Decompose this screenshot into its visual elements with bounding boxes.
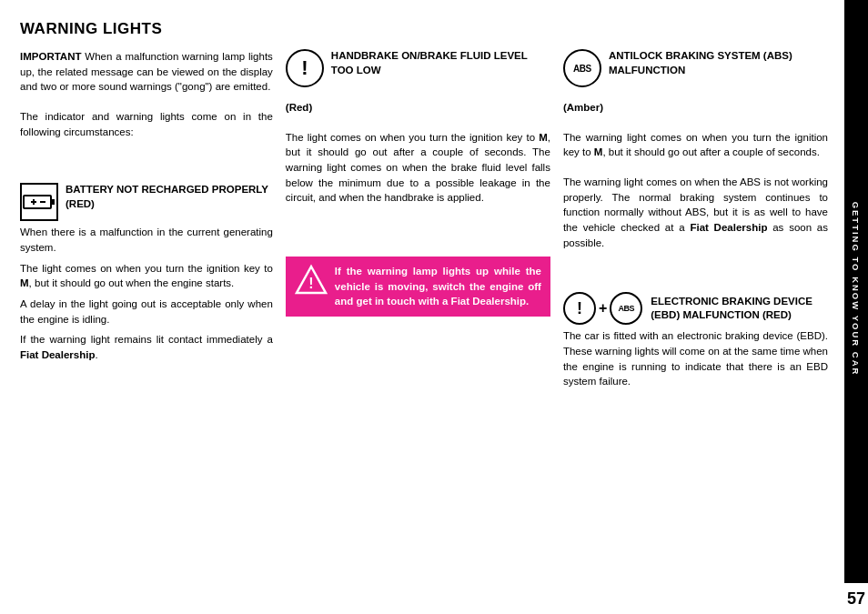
battery-icon — [20, 183, 58, 221]
warning-box: ! If the warning lamp lights up while th… — [286, 257, 550, 317]
battery-section: BATTERY NOT RECHARGED PROPERLY (Red) Whe… — [20, 183, 273, 367]
warning-text: If the warning lamp lights up while the … — [335, 264, 541, 309]
warning-triangle-icon: ! — [295, 264, 328, 297]
intro-paragraph-1: IMPORTANT When a malfunction warning lam… — [20, 49, 273, 95]
battery-para3: A delay in the light going out is accept… — [20, 297, 273, 327]
battery-para1: When there is a malfunction in the curre… — [20, 225, 273, 255]
battery-header: BATTERY NOT RECHARGED PROPERLY (Red) — [20, 183, 273, 221]
battery-title: BATTERY NOT RECHARGED PROPERLY (Red) — [66, 183, 273, 211]
intro-paragraph-2: The indicator and warning lights come on… — [20, 109, 273, 139]
handbrake-color: (Red) — [286, 100, 550, 116]
handbrake-icon: ! — [286, 49, 324, 87]
ebd-exclaim-icon: ! — [563, 292, 596, 325]
three-columns: IMPORTANT When a malfunction warning lam… — [20, 49, 828, 598]
handbrake-title: HANDBRAKE ON/BRAKE FLUID LEVEL TOO LOW — [331, 49, 550, 77]
battery-icon-svg — [23, 192, 56, 212]
sidebar: 57 GETTING TO KNOW YOUR CAR — [844, 0, 868, 614]
abs-para2: The warning light comes on when the ABS … — [563, 175, 828, 250]
intro-bold: IMPORTANT — [20, 51, 82, 62]
page-title: WARNING LIGHTS — [20, 20, 828, 38]
col-left: IMPORTANT When a malfunction warning lam… — [20, 49, 273, 598]
ebd-title: ELECTRONIC BRAKING DEVICE (EBD) MALFUNCT… — [651, 295, 828, 323]
abs-title: ANTILOCK BRAKING SYSTEM (ABS) MALFUNCTIO… — [609, 49, 828, 77]
ebd-abs-icon: ABS — [610, 292, 642, 325]
svg-rect-1 — [51, 199, 55, 205]
battery-para2: The light comes on when you turn the ign… — [20, 261, 273, 291]
handbrake-header: ! HANDBRAKE ON/BRAKE FLUID LEVEL TOO LOW — [286, 49, 550, 87]
page-number: 57 — [847, 589, 865, 609]
ebd-plus: + — [599, 300, 607, 317]
page-number-area: 57 — [844, 583, 868, 614]
ebd-para1: The car is fitted with an electronic bra… — [563, 328, 828, 389]
col-right: ABS ANTILOCK BRAKING SYSTEM (ABS) MALFUN… — [563, 49, 828, 598]
abs-para1: The warning light comes on when you turn… — [563, 130, 828, 160]
abs-icon: ABS — [563, 49, 601, 87]
svg-rect-0 — [24, 196, 51, 208]
handbrake-para1: The light comes on when you turn the ign… — [286, 130, 550, 206]
abs-color: (Amber) — [563, 100, 828, 116]
abs-header: ABS ANTILOCK BRAKING SYSTEM (ABS) MALFUN… — [563, 49, 828, 87]
ebd-icons: ! + ABS ELECTRONIC BRAKING DEVICE (EBD) … — [563, 292, 828, 325]
battery-para4: If the warning light remains lit contact… — [20, 332, 273, 362]
col-mid: ! HANDBRAKE ON/BRAKE FLUID LEVEL TOO LOW… — [286, 49, 550, 598]
ebd-section: ! + ABS ELECTRONIC BRAKING DEVICE (EBD) … — [563, 292, 828, 395]
sidebar-label: GETTING TO KNOW YOUR CAR — [852, 202, 862, 377]
main-content: WARNING LIGHTS IMPORTANT When a malfunct… — [0, 0, 844, 614]
svg-text:!: ! — [308, 276, 313, 291]
